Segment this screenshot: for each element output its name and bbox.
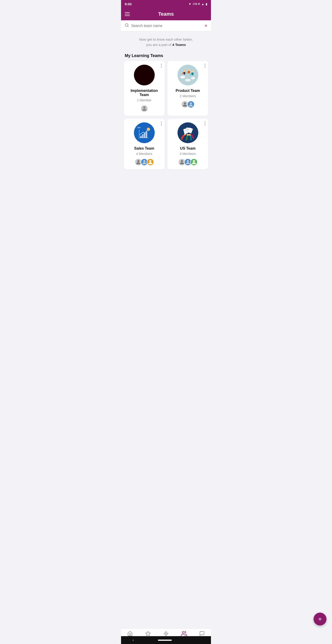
team-card-sales[interactable]: CES Sales Team 4 Members: [124, 119, 165, 170]
teams-count: 4 Teams: [172, 43, 186, 47]
teams-grid: Implementation Team 1 Member: [121, 61, 211, 188]
header: Teams: [121, 8, 211, 20]
svg-rect-18: [140, 136, 142, 138]
svg-point-4: [180, 76, 185, 78]
battery-icon: ▮: [206, 2, 207, 6]
svg-point-25: [137, 160, 139, 162]
svg-point-7: [183, 70, 185, 72]
svg-point-9: [188, 69, 190, 71]
member-img: [141, 105, 148, 112]
team-name-us: US Team: [180, 146, 195, 150]
svg-line-37: [187, 129, 189, 130]
hamburger-button[interactable]: [125, 12, 130, 16]
search-input[interactable]: [131, 24, 204, 28]
svg-point-13: [184, 102, 186, 104]
svg-point-26: [143, 160, 145, 162]
svg-line-38: [187, 130, 189, 130]
team-avatar-implementation: [134, 65, 155, 86]
lte-icon: LTE R: [193, 2, 200, 5]
member-img: [147, 159, 154, 165]
info-banner: Now get to know each other better, you a…: [121, 32, 211, 51]
svg-point-41: [193, 160, 195, 162]
svg-point-5: [191, 77, 195, 80]
team-member-avatars-implementation: [141, 105, 148, 112]
svg-point-11: [192, 70, 194, 72]
team-members-us: 4 Members: [179, 152, 196, 156]
team-name-product: Product Team: [176, 89, 200, 93]
member-img: [191, 159, 197, 165]
team-avatar-us: [177, 122, 198, 143]
team-member-avatars-us: [178, 158, 198, 166]
team-members-implementation: 1 Member: [137, 98, 152, 102]
member-avatar: [190, 158, 198, 166]
svg-point-22: [147, 128, 150, 131]
status-time: 9:00: [125, 2, 132, 6]
search-icon: [125, 23, 129, 28]
svg-point-27: [149, 160, 151, 162]
team-member-avatars-sales: [135, 158, 154, 166]
team-name-implementation: Implementation Team: [127, 89, 162, 97]
svg-point-30: [186, 134, 189, 136]
svg-rect-19: [142, 134, 143, 138]
team-menu-product[interactable]: [204, 64, 205, 68]
svg-line-1: [128, 26, 128, 26]
team-menu-implementation[interactable]: [161, 64, 162, 68]
member-img: [188, 101, 194, 108]
team-menu-sales[interactable]: [161, 122, 162, 126]
team-card-product[interactable]: Product Team 2 Members: [167, 61, 208, 116]
section-title: My Learning Teams: [121, 51, 211, 61]
svg-point-14: [190, 102, 192, 104]
svg-rect-20: [144, 132, 145, 138]
team-avatar-product: [177, 65, 198, 86]
member-avatar: [141, 105, 148, 112]
info-line2: you are a part of: [146, 43, 172, 47]
team-menu-us[interactable]: [204, 122, 205, 126]
status-icons: ▼ LTE R ▲ ▮: [188, 2, 207, 6]
info-line1: Now get to know each other better,: [139, 38, 193, 41]
svg-point-6: [185, 79, 191, 82]
team-card-implementation[interactable]: Implementation Team 1 Member: [124, 61, 165, 116]
team-members-product: 2 Members: [179, 94, 196, 98]
page-title: Teams: [158, 11, 174, 17]
svg-point-2: [143, 106, 145, 108]
team-members-sales: 4 Members: [136, 152, 152, 156]
svg-text:CES: CES: [137, 127, 140, 128]
svg-point-40: [187, 160, 189, 162]
search-clear-button[interactable]: ×: [204, 23, 207, 28]
member-avatar: [187, 101, 195, 108]
signal-icon: ▲: [201, 2, 204, 6]
team-avatar-sales: CES: [134, 122, 155, 143]
search-container: ×: [121, 20, 211, 32]
team-member-avatars-product: [181, 101, 195, 108]
team-card-us[interactable]: US Team 4 Members: [167, 119, 208, 170]
wifi-icon: ▼: [188, 2, 191, 6]
member-avatar: [147, 158, 154, 166]
team-name-sales: Sales Team: [134, 146, 154, 150]
status-bar: 9:00 ▼ LTE R ▲ ▮: [121, 0, 211, 8]
svg-point-39: [181, 160, 183, 162]
